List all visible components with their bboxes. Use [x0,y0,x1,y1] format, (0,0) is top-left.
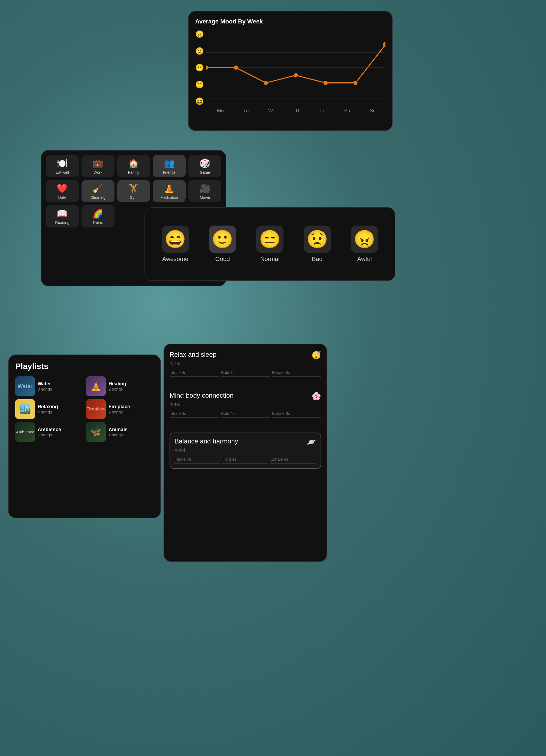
mood-awful-label: Awful [357,256,371,263]
breathing-mind-body[interactable]: Mind-body connection 🌸 4-4-8 Inhale 4s H… [170,392,321,425]
cleaning-label: Cleaning [91,195,106,200]
x-label-fr: Fr [320,108,325,114]
gym-icon: 🏋️ [128,183,139,194]
activity-work[interactable]: 💼 Work [82,155,115,177]
activity-meditation[interactable]: 🧘 Meditation [153,180,186,202]
step-inhale-3: Inhale 4s [175,457,220,464]
friends-label: Friends [163,170,176,175]
step-hold-1-label: Hold 7s [221,370,270,375]
mood-good-emoji: 🙂 [212,230,233,248]
breathing-mind-body-pattern: 4-4-8 [170,402,321,407]
chart-y-axis: 😠 😟 😐 🙂 😄 [195,29,204,106]
mood-normal[interactable]: 😑 Normal [256,226,283,263]
step-hold-3: Hold 4s [223,457,268,464]
breathing-relax-sleep-header: Relax and sleep 😴 [170,351,321,360]
chart-svg [206,29,385,106]
mood-bad[interactable]: 😟 Bad [304,226,331,263]
breathing-relax-sleep[interactable]: Relax and sleep 😴 4-7-8 Inhale 4s Hold 7… [170,351,321,384]
activity-date[interactable]: ❤️ Date [46,180,79,202]
family-label: Family [128,170,139,175]
playlist-relaxing-info: Relaxing 4 songs [38,404,58,414]
step-exhale-2: Exhale 8s [272,411,321,418]
date-label: Date [58,195,67,200]
playlist-grid: Water Water 3 songs 🧘 Healing 2 songs � [15,376,154,442]
svg-point-9 [323,81,328,85]
mood-good[interactable]: 🙂 Good [209,226,236,263]
x-label-we: We [268,108,275,114]
mood-awesome-emoji: 😄 [164,230,186,248]
step-inhale-2: Inhale 4s [170,411,219,418]
work-icon: 💼 [92,158,103,169]
playlist-animals[interactable]: 🦋 Animals 4 songs [86,422,154,442]
eat-well-label: Eat well [56,170,69,175]
activity-eat-well[interactable]: 🍽️ Eat well [46,155,79,177]
mood-normal-emoji: 😑 [259,230,281,248]
meditation-label: Meditation [160,195,178,200]
playlist-healing[interactable]: 🧘 Healing 2 songs [86,376,154,396]
playlist-animals-thumb: 🦋 [86,422,106,442]
svg-point-8 [294,73,298,77]
movie-icon: 🎥 [200,183,211,194]
mood-bad-emoji: 😟 [306,230,328,248]
activity-gym[interactable]: 🏋️ Gym [117,180,150,202]
eat-well-icon: 🍽️ [57,158,68,169]
activity-relax[interactable]: 🌈 Relax [82,205,115,227]
activity-game[interactable]: 🎲 Game [188,155,221,177]
mood-awesome-bg: 😄 [162,226,189,253]
chart-area: 😠 😟 😐 🙂 😄 [195,29,385,106]
playlist-water-name: Water [38,381,52,387]
step-inhale-1-label: Inhale 4s [170,370,219,375]
step-exhale-3: Exhale 4s [271,457,316,464]
movie-label: Movie [200,195,210,200]
gym-label: Gym [130,195,138,200]
playlist-ambience-thumb: Ambience [15,422,35,442]
playlist-water[interactable]: Water Water 3 songs [15,376,83,396]
step-inhale-3-label: Inhale 4s [175,457,220,461]
step-inhale-2-bar [170,417,219,418]
playlist-fireplace-thumb: Fireplace [86,399,106,419]
playlist-fireplace[interactable]: Fireplace Fireplace 2 songs [86,399,154,419]
breathing-mind-body-header: Mind-body connection 🌸 [170,392,321,401]
playlist-animals-count: 4 songs [109,433,128,437]
date-icon: ❤️ [57,183,68,194]
breathing-balance-header: Balance and harmony 🪐 [175,437,316,446]
svg-point-5 [206,65,208,70]
breathing-mind-body-name: Mind-body connection [170,392,234,399]
game-label: Game [200,170,210,175]
playlist-fireplace-name: Fireplace [109,404,130,410]
breathing-balance-pattern: 4-4-4 [175,448,316,453]
playlist-relaxing[interactable]: 🏙️ Relaxing 4 songs [15,399,83,419]
mood-awful[interactable]: 😠 Awful [351,226,378,263]
y-emoji-3: 😐 [195,64,204,71]
playlist-ambience[interactable]: Ambience Ambience 7 songs [15,422,83,442]
step-inhale-1: Inhale 4s [170,370,219,377]
activity-movie[interactable]: 🎥 Movie [188,180,221,202]
activity-friends[interactable]: 👥 Friends [153,155,186,177]
playlist-water-count: 3 songs [38,387,52,391]
y-emoji-2: 🙂 [195,81,204,88]
step-exhale-1-bar [272,376,321,377]
step-exhale-2-bar [272,417,321,418]
playlist-healing-info: Healing 2 songs [109,381,126,391]
mood-awful-bg: 😠 [351,226,378,253]
reading-icon: 📖 [57,208,68,219]
chart-title: Average Mood By Week [195,18,385,25]
breathing-balance[interactable]: Balance and harmony 🪐 4-4-4 Inhale 4s Ho… [170,433,321,469]
activity-family[interactable]: 🏠 Family [117,155,150,177]
step-hold-3-bar [223,463,268,464]
relax-icon: 🌈 [92,208,103,219]
step-exhale-2-label: Exhale 8s [272,411,321,416]
y-emoji-5: 😠 [195,31,204,38]
step-hold-2-bar [221,417,270,418]
playlist-water-thumb: Water [15,376,35,396]
activity-reading[interactable]: 📖 Reading [46,205,79,227]
activity-cleaning[interactable]: 🧹 Cleaning [82,180,115,202]
step-exhale-3-bar [271,463,316,464]
breathing-panel: Relax and sleep 😴 4-7-8 Inhale 4s Hold 7… [164,344,327,562]
relax-label: Relax [93,220,103,225]
mood-awesome[interactable]: 😄 Awesome [162,226,189,263]
x-label-su: Su [370,108,376,114]
mood-bad-bg: 😟 [304,226,331,253]
breathing-balance-steps: Inhale 4s Hold 4s Exhale 4s [175,457,316,464]
step-exhale-1: Exhale 8s [272,370,321,377]
